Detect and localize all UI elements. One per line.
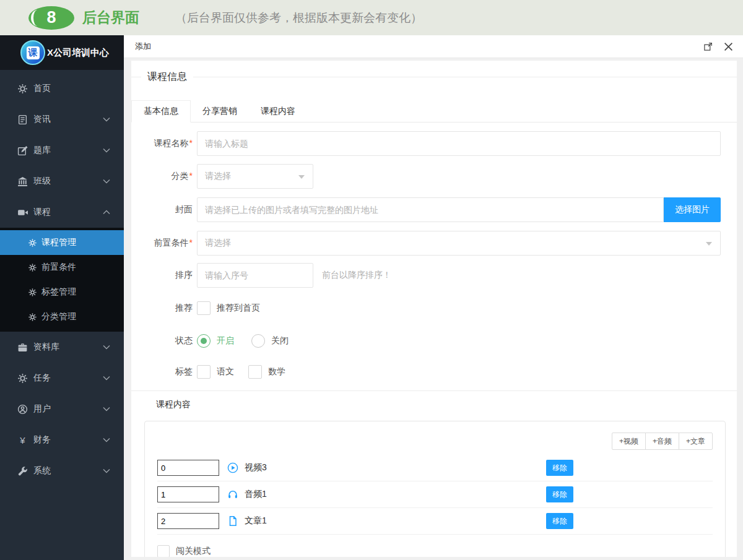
required-asterisk: *	[189, 171, 193, 181]
tag-label: 语文	[217, 366, 234, 377]
sidebar-item-class[interactable]: 班级	[0, 166, 124, 197]
category-select[interactable]: 请选择	[197, 164, 313, 189]
form-row-cover: 封面 选择图片	[147, 197, 721, 222]
sort-hint: 前台以降序排序！	[322, 270, 391, 281]
content-item-list: 视频3 移除 音频1 移除	[157, 455, 713, 535]
field-label: 标签	[147, 366, 197, 377]
form-row-tags: 标签 语文 数学	[147, 365, 721, 379]
course-name-input[interactable]	[197, 131, 721, 156]
section-title: 课程信息	[141, 71, 193, 84]
tab-basic-info[interactable]: 基本信息	[131, 100, 191, 123]
main-area: 添加 课程信息 基本信息 分享营销 课程内容 课	[124, 35, 743, 560]
tag-checkbox-chinese[interactable]	[197, 365, 211, 379]
recommend-checkbox[interactable]	[197, 301, 211, 315]
content-section-title: 课程内容	[156, 399, 721, 410]
cover-input[interactable]	[197, 197, 664, 222]
bank-icon	[17, 176, 28, 187]
play-circle-icon	[227, 462, 238, 473]
sidebar-item-label: 用户	[33, 403, 103, 415]
field-label: 分类*	[147, 171, 197, 182]
tab-bar: 基本信息 分享营销 课程内容	[131, 100, 737, 123]
item-order-input[interactable]	[157, 460, 219, 476]
select-value: 请选择	[205, 238, 231, 249]
sidebar-item-tag-management[interactable]: 标签管理	[0, 280, 124, 304]
sidebar-subitem-label: 标签管理	[41, 286, 76, 298]
sidebar-item-category-management[interactable]: 分类管理	[0, 304, 124, 329]
course-submenu: 课程管理 前置条件 标签管理	[0, 228, 124, 332]
required-asterisk: *	[189, 138, 193, 148]
close-icon[interactable]	[724, 42, 733, 51]
item-order-input[interactable]	[157, 486, 219, 502]
remove-button[interactable]: 移除	[546, 486, 573, 502]
sidebar-item-label: 系统	[33, 465, 103, 476]
add-audio-button[interactable]: +音频	[645, 433, 679, 450]
add-content-toolbar: +视频 +音频 +文章	[157, 433, 713, 450]
modal-header: 添加	[124, 35, 743, 58]
chevron-down-icon	[103, 407, 110, 411]
chevron-up-icon	[103, 210, 110, 215]
item-name: 文章1	[245, 515, 267, 527]
sidebar-item-label: 财务	[33, 434, 103, 446]
sidebar-item-course-management[interactable]: 课程管理	[0, 230, 124, 255]
sidebar-item-home[interactable]: 首页	[0, 73, 124, 104]
content-item-row: 文章1 移除	[157, 508, 713, 535]
challenge-mode-checkbox[interactable]	[157, 545, 170, 557]
yen-icon: ¥	[17, 435, 28, 446]
sidebar-item-label: 课程	[33, 207, 103, 218]
remove-button[interactable]: 移除	[546, 460, 573, 476]
add-video-button[interactable]: +视频	[612, 433, 646, 450]
app-title: X公司培训中心	[47, 47, 109, 59]
status-on-label: 开启	[217, 335, 234, 347]
prerequisite-select[interactable]: 请选择	[197, 231, 721, 256]
chevron-down-icon	[103, 179, 110, 184]
sidebar-item-finance[interactable]: ¥ 财务	[0, 424, 124, 455]
sidebar-item-label: 班级	[33, 176, 103, 187]
modal-body: 课程信息 基本信息 分享营销 课程内容 课程名称* 分类* 请选择	[124, 58, 743, 560]
sidebar-item-user[interactable]: 用户	[0, 394, 124, 424]
chevron-down-icon	[103, 437, 110, 442]
choose-image-button[interactable]: 选择图片	[664, 197, 721, 222]
status-off-radio[interactable]	[251, 334, 265, 348]
edit-icon	[17, 145, 28, 156]
sidebar-subitem-label: 分类管理	[41, 311, 76, 322]
section-divider-line	[131, 390, 737, 391]
field-label: 封面	[147, 204, 197, 215]
banner-title: 后台界面	[82, 8, 139, 27]
video-icon	[17, 207, 28, 218]
caret-down-icon	[298, 175, 305, 179]
chevron-down-icon	[103, 148, 110, 153]
basic-info-form: 课程名称* 分类* 请选择 封面 选择图	[147, 123, 721, 379]
challenge-mode-label: 闯关模式	[176, 546, 211, 557]
status-on-radio[interactable]	[197, 334, 211, 348]
mode-row: 闯关模式	[157, 535, 713, 557]
status-off-label: 关闭	[271, 335, 289, 347]
remove-button[interactable]: 移除	[546, 513, 573, 529]
field-label: 状态	[147, 335, 197, 347]
tab-course-content[interactable]: 课程内容	[249, 100, 307, 122]
add-article-button[interactable]: +文章	[679, 433, 713, 450]
sidebar-item-label: 资讯	[33, 114, 103, 125]
sidebar-item-system[interactable]: 系统	[0, 455, 124, 486]
document-icon	[227, 515, 238, 527]
sort-input[interactable]	[197, 263, 313, 288]
form-row-course-name: 课程名称*	[147, 131, 721, 156]
form-row-sort: 排序 前台以降序排序！	[147, 263, 721, 288]
sidebar-item-news[interactable]: 资讯	[0, 104, 124, 135]
top-banner: 8 后台界面 （后台界面仅供参考，根据版本更新会有变化）	[0, 0, 743, 35]
app-logo: 课	[20, 40, 45, 65]
content-item-row: 视频3 移除	[157, 455, 713, 481]
tag-checkbox-math[interactable]	[248, 365, 262, 379]
sidebar-item-question-bank[interactable]: 题库	[0, 135, 124, 166]
gear-icon	[28, 239, 37, 247]
chevron-down-icon	[103, 376, 110, 381]
sidebar: 课 X公司培训中心 首页 资讯 题库	[0, 35, 124, 560]
form-row-prerequisite: 前置条件* 请选择	[147, 231, 721, 256]
tab-share-marketing[interactable]: 分享营销	[191, 100, 249, 122]
sidebar-item-library[interactable]: 资料库	[0, 332, 124, 363]
maximize-icon[interactable]	[703, 42, 713, 51]
item-order-input[interactable]	[157, 513, 219, 529]
sidebar-item-course[interactable]: 课程	[0, 197, 124, 228]
sidebar-item-task[interactable]: 任务	[0, 363, 124, 394]
sidebar-item-prerequisite[interactable]: 前置条件	[0, 255, 124, 280]
briefcase-icon	[17, 342, 28, 353]
